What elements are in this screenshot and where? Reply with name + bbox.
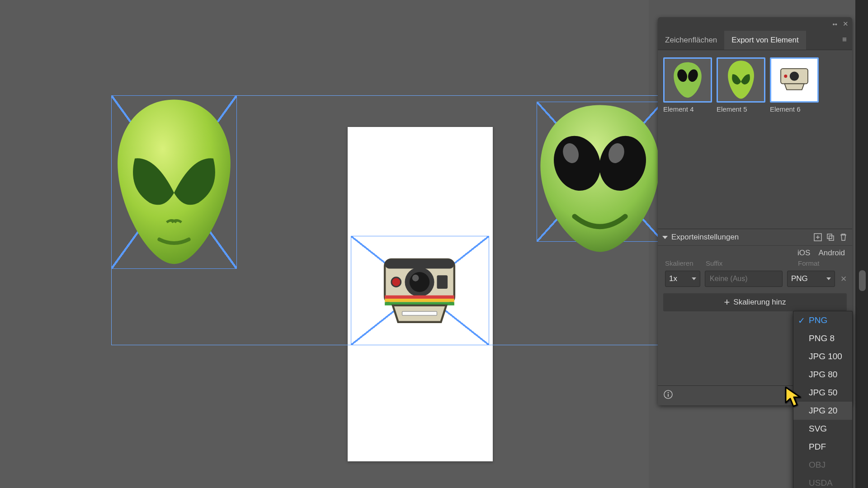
svg-rect-25 — [668, 394, 669, 397]
format-option[interactable]: SVG — [793, 420, 852, 438]
selection-box-alien-left[interactable] — [111, 95, 237, 269]
format-dropdown-popup: PNGPNG 8JPG 100JPG 80JPG 50JPG 20SVGPDFO… — [793, 311, 853, 488]
collapse-panel-icon[interactable]: •• — [832, 20, 837, 28]
suffix-placeholder: Keine (Aus) — [710, 275, 748, 283]
chevron-down-icon — [692, 277, 696, 280]
svg-rect-1 — [385, 259, 454, 269]
duplicate-setting-icon[interactable] — [826, 233, 835, 242]
plus-icon: + — [724, 297, 730, 307]
svg-point-3 — [410, 272, 429, 292]
format-value: PNG — [791, 274, 808, 283]
format-option: OBJ — [793, 456, 852, 474]
svg-rect-7 — [385, 296, 454, 299]
add-scale-button[interactable]: + Skalierung hinz — [663, 293, 847, 311]
format-option[interactable]: JPG 20 — [793, 402, 852, 420]
svg-point-24 — [668, 392, 669, 394]
col-scale-label: Skalieren — [665, 259, 700, 267]
format-option[interactable]: PNG 8 — [793, 329, 852, 347]
settings-title: Exporteinstellungen — [671, 233, 810, 242]
scale-value: 1x — [669, 274, 677, 283]
svg-point-5 — [392, 277, 401, 287]
svg-rect-6 — [437, 275, 448, 289]
vertical-scrollbar[interactable] — [855, 0, 868, 488]
asset-thumbnail[interactable]: Element 6 — [770, 57, 819, 113]
suffix-input[interactable]: Keine (Aus) — [705, 271, 783, 287]
col-format-label: Format — [798, 259, 845, 267]
platform-android[interactable]: Android — [818, 249, 845, 258]
remove-row-icon[interactable]: ✕ — [840, 274, 848, 284]
add-scale-label: Skalierung hinz — [733, 298, 786, 307]
svg-rect-22 — [829, 236, 834, 240]
asset-label: Element 4 — [663, 105, 712, 113]
svg-point-4 — [412, 275, 419, 282]
asset-label: Element 5 — [717, 105, 765, 113]
tab-artboards[interactable]: Zeichenflächen — [658, 31, 724, 50]
asset-thumbnail[interactable]: Element 5 — [717, 57, 765, 113]
platform-ios[interactable]: iOS — [797, 249, 810, 258]
svg-point-18 — [790, 71, 799, 80]
format-option[interactable]: PNG — [793, 311, 852, 329]
close-panel-icon[interactable]: ✕ — [843, 20, 849, 28]
delete-setting-icon[interactable] — [839, 233, 848, 242]
scrollbar-thumb[interactable] — [859, 270, 866, 291]
add-setting-icon[interactable] — [813, 233, 822, 242]
tab-export[interactable]: Export von Element — [724, 31, 806, 50]
format-dropdown[interactable]: PNG — [787, 271, 835, 287]
panel-menu-icon[interactable]: ≡ — [837, 31, 852, 50]
format-option[interactable]: JPG 80 — [793, 366, 852, 384]
svg-rect-10 — [402, 311, 437, 315]
asset-label: Element 6 — [770, 105, 819, 113]
col-suffix-label: Suffix — [706, 259, 793, 267]
assets-area: Element 4 Element 5 Element 6 — [658, 50, 852, 229]
selection-box-alien-right[interactable] — [537, 102, 663, 242]
svg-rect-21 — [827, 234, 832, 239]
svg-rect-8 — [385, 299, 454, 302]
camera-icon-on-artboard — [379, 255, 460, 332]
collapse-settings-icon[interactable] — [662, 236, 668, 239]
svg-point-19 — [784, 75, 787, 78]
canvas-area[interactable] — [0, 0, 649, 488]
asset-thumbnail[interactable]: Element 4 — [663, 57, 712, 113]
format-option[interactable]: JPG 50 — [793, 384, 852, 402]
format-option: USDA — [793, 474, 852, 488]
format-option[interactable]: PDF — [793, 438, 852, 456]
scale-dropdown[interactable]: 1x — [665, 271, 700, 287]
format-option[interactable]: JPG 100 — [793, 347, 852, 366]
chevron-down-icon — [826, 277, 831, 280]
